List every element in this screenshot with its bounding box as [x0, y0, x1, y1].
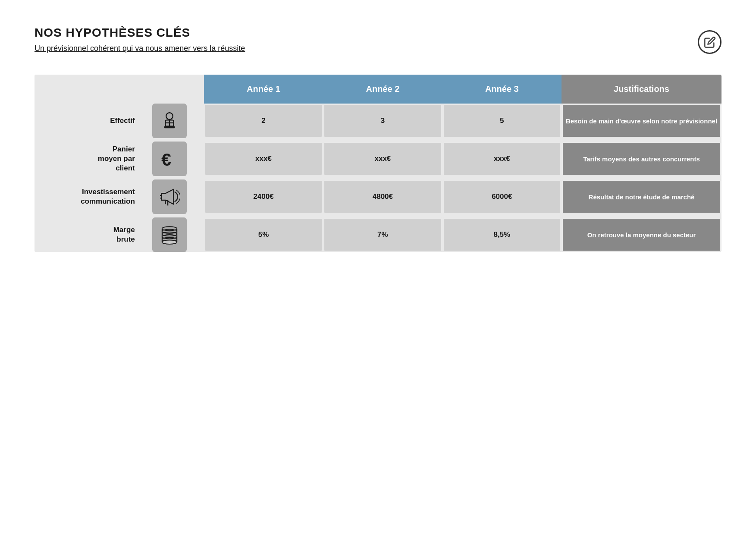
edit-icon: [704, 36, 716, 48]
row-justif-2: Résultat de notre étude de marché: [562, 179, 721, 214]
row-annee2-2: 4800€: [323, 179, 442, 214]
table-row: Effectif 2 3 5 Besoin de main d'œuvre se…: [35, 104, 721, 138]
svg-point-26: [162, 240, 177, 244]
page-subtitle: Un prévisionnel cohérent qui va nous ame…: [35, 44, 721, 53]
th-annee1: Année 1: [204, 75, 323, 104]
row-justif-1: Tarifs moyens des autres concurrents: [562, 142, 721, 176]
row-annee2-3: 7%: [323, 217, 442, 252]
row-annee3-1: xxx€: [442, 142, 562, 176]
row-annee1-3: 5%: [204, 217, 323, 252]
row-annee1-2: 2400€: [204, 179, 323, 214]
page-title: NOS HYPOTHÈSES CLÉS: [35, 26, 721, 40]
row-icon-cell-2: [135, 179, 204, 214]
coins-icon: [152, 217, 187, 252]
row-annee3-3: 8,5%: [442, 217, 562, 252]
th-annee3: Année 3: [442, 75, 562, 104]
spacer-row: [35, 138, 721, 142]
row-label-3: Margebrute: [35, 217, 135, 252]
row-annee3-0: 5: [442, 104, 562, 138]
megaphone-icon: [152, 179, 187, 214]
th-empty-label: [35, 75, 135, 104]
row-icon-cell-3: [135, 217, 204, 252]
row-icon-cell-0: [135, 104, 204, 138]
hypotheses-table: Année 1 Année 2 Année 3 Justifications E…: [35, 75, 721, 252]
spacer-row: [35, 214, 721, 217]
page-container: NOS HYPOTHÈSES CLÉS Un prévisionnel cohé…: [0, 0, 756, 535]
row-label-0: Effectif: [35, 104, 135, 138]
edit-button[interactable]: [698, 30, 721, 54]
spacer-row: [35, 176, 721, 179]
row-label-1: Paniermoyen parclient: [35, 142, 135, 176]
svg-point-0: [166, 113, 173, 120]
row-annee1-0: 2: [204, 104, 323, 138]
th-empty-icon: [135, 75, 204, 104]
table-row: Paniermoyen parclient € xxx€ xxx€ xxx€ T…: [35, 142, 721, 176]
row-icon-cell-1: €: [135, 142, 204, 176]
euro-icon: €: [152, 142, 187, 176]
th-justifications: Justifications: [562, 75, 721, 104]
row-label-2: Investissementcommunication: [35, 179, 135, 214]
row-annee2-0: 3: [323, 104, 442, 138]
row-annee2-1: xxx€: [323, 142, 442, 176]
table-row: Investissementcommunication 2400€ 4800€ …: [35, 179, 721, 214]
person-icon: [152, 104, 187, 138]
th-annee2: Année 2: [323, 75, 442, 104]
table-row: Margebrute 5% 7% 8,5% On retrouve la moy…: [35, 217, 721, 252]
svg-rect-2: [164, 126, 175, 129]
row-justif-0: Besoin de main d'œuvre selon notre prévi…: [562, 104, 721, 138]
table-header-row: Année 1 Année 2 Année 3 Justifications: [35, 75, 721, 104]
row-justif-3: On retrouve la moyenne du secteur: [562, 217, 721, 252]
row-annee1-1: xxx€: [204, 142, 323, 176]
row-annee3-2: 6000€: [442, 179, 562, 214]
header-section: NOS HYPOTHÈSES CLÉS Un prévisionnel cohé…: [35, 26, 721, 53]
svg-text:€: €: [161, 150, 171, 170]
